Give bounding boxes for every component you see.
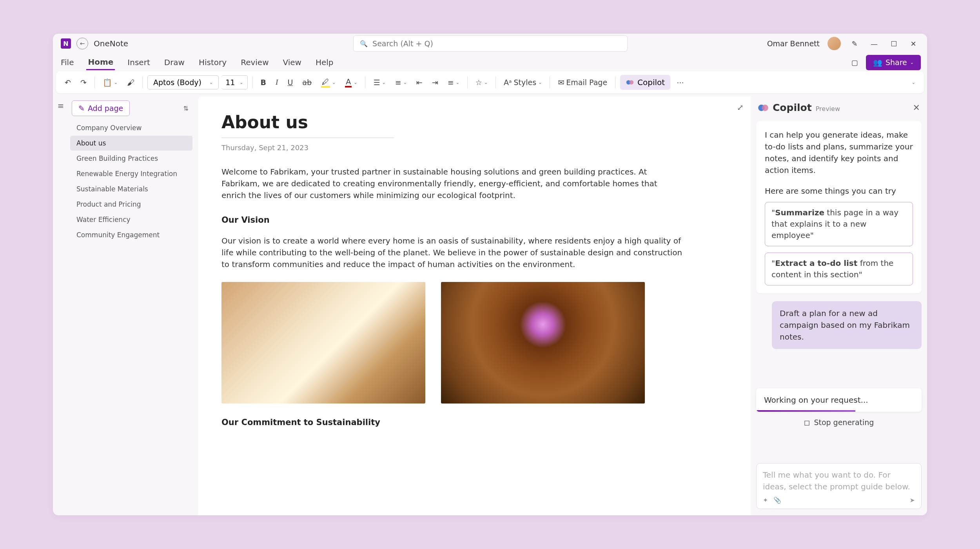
titlebar: N ← OneNote 🔍 Omar Bennett ✎ — ☐ ✕: [53, 34, 927, 53]
styles-button[interactable]: Aᵃ Styles⌄: [501, 76, 545, 89]
menu-tab-view[interactable]: View: [281, 55, 303, 69]
menu-tab-file[interactable]: File: [59, 55, 75, 69]
underline-button[interactable]: U: [284, 76, 296, 89]
tag-button[interactable]: ☆⌄: [472, 76, 491, 89]
page-item[interactable]: Company Overview: [70, 120, 192, 135]
stop-generating-button[interactable]: ◻ Stop generating: [756, 418, 922, 427]
attach-icon[interactable]: 📎: [773, 496, 781, 504]
highlight-button[interactable]: 🖊⌄: [318, 75, 339, 90]
page-item[interactable]: Water Efficiency: [70, 212, 192, 227]
paragraph[interactable]: Our vision is to create a world where ev…: [221, 235, 684, 270]
svg-point-1: [629, 80, 633, 85]
send-icon[interactable]: ➤: [910, 496, 915, 504]
page-item[interactable]: About us: [70, 136, 192, 151]
copilot-panel: Copilot Preview ✕ I can help you generat…: [751, 96, 927, 515]
font-size-select[interactable]: 11⌄: [221, 75, 247, 89]
share-button[interactable]: 👥 Share ⌄: [866, 55, 921, 70]
menu-tab-home[interactable]: Home: [86, 55, 115, 70]
share-label: Share: [886, 58, 907, 67]
content-image-2[interactable]: [441, 282, 645, 404]
global-search-box[interactable]: 🔍: [353, 35, 628, 52]
strikethrough-button[interactable]: ab: [299, 76, 315, 89]
page-date: Thursday, Sept 21, 2023: [221, 144, 727, 152]
bold-button[interactable]: B: [258, 76, 269, 89]
add-page-icon: ✎: [78, 104, 85, 113]
menu-tab-insert[interactable]: Insert: [126, 55, 151, 69]
heading[interactable]: Our Vision: [221, 215, 727, 225]
page-item[interactable]: Product and Pricing: [70, 197, 192, 212]
menu-tab-review[interactable]: Review: [239, 55, 270, 69]
copilot-suggestion-summarize[interactable]: "Summarize this page in a way that expla…: [765, 202, 913, 246]
reading-view-icon[interactable]: ▢: [849, 56, 860, 68]
menu-tab-draw[interactable]: Draw: [163, 55, 186, 69]
copilot-input-placeholder: Tell me what you want to do. For ideas, …: [763, 469, 915, 493]
copilot-intro-text: I can help you generate ideas, make to-d…: [765, 129, 913, 176]
numbered-list-button[interactable]: ≡⌄: [392, 76, 410, 89]
app-window: N ← OneNote 🔍 Omar Bennett ✎ — ☐ ✕ FileH…: [53, 34, 927, 515]
app-name: OneNote: [94, 39, 128, 48]
indent-button[interactable]: ⇥: [429, 76, 441, 89]
menu-tab-help[interactable]: Help: [314, 55, 335, 69]
page-list-panel: ✎ Add page ⇅ Company OverviewAbout usGre…: [69, 96, 194, 515]
expand-page-button[interactable]: ⤢: [737, 103, 744, 112]
chevron-down-icon: ⌄: [910, 60, 914, 65]
progress-bar: [756, 410, 855, 412]
page-title[interactable]: About us: [221, 112, 727, 132]
italic-button[interactable]: I: [272, 76, 281, 89]
nav-toggle-button[interactable]: ≡: [53, 96, 69, 515]
align-button[interactable]: ≡⌄: [445, 76, 463, 89]
user-avatar[interactable]: [828, 37, 841, 50]
onenote-app-icon: N: [61, 38, 71, 49]
undo-button[interactable]: ↶: [62, 76, 74, 89]
copilot-user-message: Draft a plan for a new ad campaign based…: [772, 301, 922, 349]
maximize-button[interactable]: ☐: [888, 38, 900, 49]
redo-button[interactable]: ↷: [77, 76, 90, 89]
copilot-intro-card: I can help you generate ideas, make to-d…: [756, 121, 922, 293]
font-family-select[interactable]: Aptos (Body)⌄: [147, 75, 219, 89]
bullet-list-button[interactable]: ☰⌄: [370, 76, 388, 89]
content-image-1[interactable]: [221, 282, 425, 404]
more-options-button[interactable]: ⋯: [673, 76, 687, 89]
copilot-suggest-heading: Here are some things you can try: [765, 186, 913, 196]
format-painter-button[interactable]: 🖌: [124, 76, 138, 89]
heading[interactable]: Our Commitment to Sustainability: [221, 418, 727, 427]
svg-point-3: [762, 104, 768, 111]
menu-bar: FileHomeInsertDrawHistoryReviewViewHelp …: [53, 53, 927, 71]
page-item[interactable]: Sustainable Materials: [70, 182, 192, 196]
page-item[interactable]: Green Building Practices: [70, 151, 192, 166]
sort-pages-button[interactable]: ⇅: [181, 102, 191, 115]
page-item[interactable]: Renewable Energy Integration: [70, 166, 192, 181]
share-icon: 👥: [873, 58, 882, 67]
page-item[interactable]: Community Engagement: [70, 227, 192, 242]
global-search-input[interactable]: [372, 39, 621, 48]
copilot-suggestion-extract[interactable]: "Extract a to-do list from the content i…: [765, 253, 913, 285]
user-name-label: Omar Bennett: [767, 39, 820, 48]
copilot-preview-badge: Preview: [816, 105, 840, 113]
pen-icon[interactable]: ✎: [849, 38, 860, 49]
ribbon-collapse-button[interactable]: ⌄: [909, 78, 918, 87]
mail-icon: ✉: [558, 78, 564, 87]
menu-tab-history[interactable]: History: [197, 55, 228, 69]
copilot-ribbon-button[interactable]: Copilot: [620, 75, 670, 90]
styles-icon: Aᵃ: [504, 78, 512, 87]
copilot-input-box[interactable]: Tell me what you want to do. For ideas, …: [756, 463, 922, 509]
back-button[interactable]: ←: [76, 38, 88, 49]
copilot-icon: [626, 78, 634, 87]
stop-icon: ◻: [804, 418, 810, 427]
minimize-button[interactable]: —: [868, 38, 880, 49]
outdent-button[interactable]: ⇤: [413, 76, 426, 89]
copilot-title: Copilot: [773, 102, 812, 113]
copilot-working-status: Working on your request...: [756, 388, 922, 412]
font-color-button[interactable]: A⌄: [342, 75, 360, 90]
ribbon-toolbar: ↶ ↷ 📋⌄ 🖌 Aptos (Body)⌄ 11⌄ B I U ab 🖊⌄ A…: [56, 71, 924, 93]
paste-button[interactable]: 📋⌄: [100, 76, 121, 89]
copilot-logo-icon: [758, 102, 769, 113]
sparkle-icon[interactable]: ✦: [763, 496, 768, 504]
add-page-button[interactable]: ✎ Add page: [72, 100, 130, 116]
close-button[interactable]: ✕: [907, 38, 919, 49]
email-page-button[interactable]: ✉ Email Page: [555, 76, 610, 89]
search-icon: 🔍: [360, 40, 368, 47]
paragraph[interactable]: Welcome to Fabrikam, your trusted partne…: [221, 166, 684, 201]
document-panel: 🔍 ⤢ About us Thursday, Sept 21, 2023 Wel…: [198, 96, 751, 515]
copilot-close-button[interactable]: ✕: [913, 103, 920, 113]
